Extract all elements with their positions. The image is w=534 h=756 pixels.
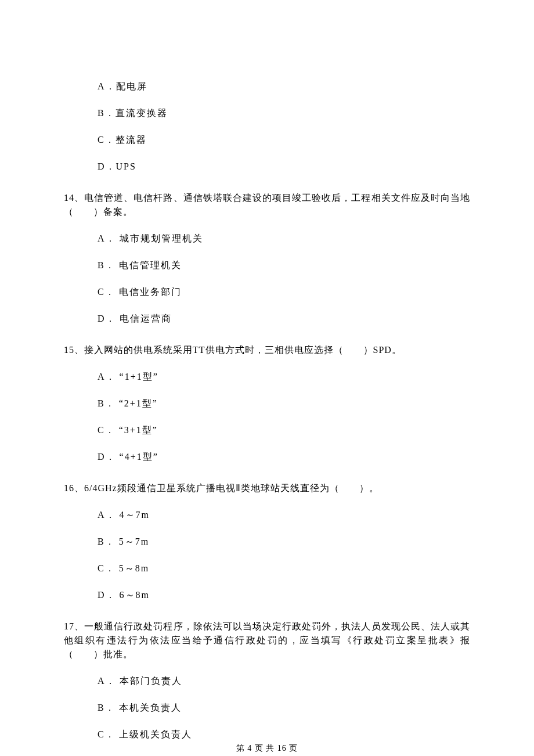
q15-text: 15、接入网站的供电系统采用TT供电方式时，三相供电应选择（ ）SPD。: [64, 343, 470, 357]
q14-option-d: D． 电信运营商: [98, 312, 470, 326]
q14-text: 14、电信管道、电信杆路、通信铁塔联合建设的项目竣工验收后，工程相关文件应及时向…: [64, 191, 470, 219]
q17-option-b: B． 本机关负责人: [98, 701, 470, 715]
q16-option-c: C． 5～8m: [98, 561, 470, 575]
page-footer: 第 4 页 共 16 页: [0, 742, 534, 754]
q16-option-b: B． 5～7m: [98, 535, 470, 549]
q15-option-a: A． “1+1型”: [98, 370, 470, 384]
q16-text: 16、6/4GHz频段通信卫星系统广播电视Ⅱ类地球站天线直径为（ ）。: [64, 481, 470, 495]
q14-option-b: B． 电信管理机关: [98, 258, 470, 272]
q17-option-c: C． 上级机关负责人: [98, 728, 470, 741]
q14-option-a: A． 城市规划管理机关: [98, 232, 470, 246]
q17-option-a: A． 本部门负责人: [98, 674, 470, 688]
q13-option-d: D．UPS: [98, 160, 470, 174]
q15-option-b: B． “2+1型”: [98, 397, 470, 411]
q15-option-c: C． “3+1型”: [98, 423, 470, 437]
q15-option-d: D． “4+1型”: [98, 450, 470, 464]
q13-option-c: C．整流器: [98, 133, 470, 147]
q16-option-d: D． 6～8m: [98, 588, 470, 602]
q13-option-a: A．配电屏: [98, 80, 470, 93]
page: A．配电屏 B．直流变换器 C．整流器 D．UPS 14、电信管道、电信杆路、通…: [0, 0, 534, 756]
q13-option-b: B．直流变换器: [98, 106, 470, 120]
q14-option-c: C． 电信业务部门: [98, 285, 470, 299]
q16-option-a: A． 4～7m: [98, 508, 470, 522]
q17-text: 17、一般通信行政处罚程序，除依法可以当场决定行政处罚外，执法人员发现公民、法人…: [64, 620, 470, 661]
